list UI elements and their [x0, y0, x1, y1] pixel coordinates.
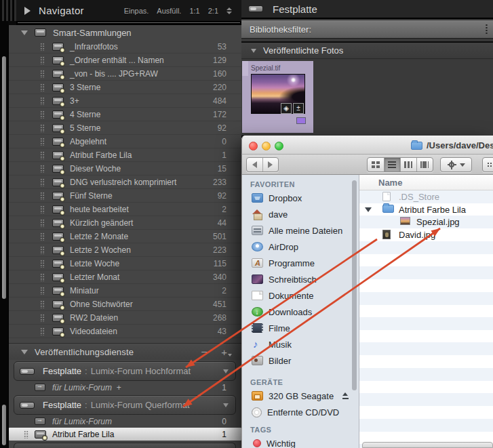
collection-label: Kürzlich geändert — [70, 218, 133, 228]
finder-bottom-scrollbar[interactable] — [362, 442, 493, 448]
smart-collection-row[interactable]: Kürzlich geändert44 — [9, 216, 241, 230]
scrollbar-thumb[interactable] — [2, 56, 6, 299]
keyword-tag-badge-icon[interactable]: ◈ — [281, 103, 292, 114]
zoom-stepper-icon[interactable] — [226, 7, 232, 14]
movies-icon — [252, 323, 263, 333]
purple-color-label[interactable] — [296, 117, 306, 124]
photo-filename: Spezial.tif — [251, 64, 280, 72]
sidebar-item-entfernte-cd-dvd[interactable]: Entfernte CD/DVD — [242, 404, 359, 420]
zoom-preset-21[interactable]: 2:1 — [208, 7, 218, 15]
smart-collection-row[interactable]: _Ordner enthält ... Namen129 — [9, 54, 241, 67]
publish-service-header[interactable]: Festplatte:Lumix-Forum Querformat — [14, 395, 236, 415]
sidebar-item-label: 320 GB Seagate — [269, 391, 334, 401]
list-view-button[interactable] — [384, 158, 400, 171]
photo-count: 129 — [213, 56, 226, 65]
sidebar-item-dokumente[interactable]: Dokumente — [242, 287, 359, 304]
photo-thumbnail-cell[interactable]: Spezial.tif ◈ ± — [242, 61, 313, 133]
library-filter-bar[interactable]: Bibliotheksfilter: — [241, 20, 493, 39]
photo-count: 1 — [222, 430, 226, 439]
action-menu-button[interactable] — [440, 157, 472, 172]
minimize-button[interactable] — [262, 142, 271, 150]
smart-collection-row[interactable]: Atribut Farbe Lila1 — [9, 148, 241, 162]
smart-collection-row[interactable]: RW2 Dateien268 — [9, 311, 241, 325]
scrollbar-thumb-2[interactable] — [2, 405, 6, 445]
sidebar-item-bilder[interactable]: Bilder — [242, 352, 359, 369]
sidebar-item-filme[interactable]: Filme — [242, 320, 359, 336]
column-view-button[interactable] — [400, 158, 416, 171]
sidebar-item-320-gb-seagate[interactable]: 320 GB Seagate — [242, 388, 359, 404]
arrange-menu-button[interactable] — [482, 157, 493, 172]
sidebar-item-alle-meine-dateien[interactable]: Alle meine Dateien — [242, 222, 359, 239]
remove-service-button[interactable]: — — [201, 347, 209, 357]
sidebar-item-dave[interactable]: dave — [242, 206, 359, 222]
file-row-spezial-jpg[interactable]: Spezial.jpg — [359, 216, 493, 228]
collections-panel: Smart-Sammlungen _Infrarotfotos53_Ordner… — [8, 25, 241, 448]
file-row-david-jpg[interactable]: David.jpg — [359, 228, 493, 241]
published-photos-header[interactable]: Veröffentlichte Fotos — [241, 41, 493, 59]
collapse-triangle-icon[interactable] — [21, 350, 28, 354]
smart-collection-row[interactable]: Abgelehnt0 — [9, 135, 241, 148]
zoom-preset-11[interactable]: 1:1 — [189, 7, 199, 15]
smart-collection-row[interactable]: Videodateien43 — [9, 325, 241, 338]
collapse-triangle-icon[interactable] — [21, 30, 28, 35]
smart-collection-row[interactable]: Ohne Stichwörter451 — [9, 298, 241, 311]
smart-collection-row[interactable]: Dieser Woche15 — [9, 162, 241, 176]
collapse-triangle-icon[interactable] — [223, 369, 229, 373]
collection-label: Abgelehnt — [70, 137, 106, 146]
smart-collection-row[interactable]: heute bearbeitet2 — [9, 203, 241, 216]
navigator-panel-header[interactable]: Navigator Einpas.Ausfüll.1:12:1 — [0, 0, 241, 21]
sidebar-item-airdrop[interactable]: AirDrop — [242, 239, 359, 255]
close-button[interactable] — [249, 142, 258, 150]
smart-collection-row[interactable]: Letzter Monat340 — [9, 270, 241, 284]
coverflow-view-button[interactable] — [416, 158, 433, 171]
zoom-preset-ausfll[interactable]: Ausfüll. — [157, 7, 181, 15]
published-collection-row[interactable]: für Lumix-Forum +1 — [9, 381, 241, 394]
collapse-triangle-icon[interactable] — [251, 49, 256, 53]
sidebar-item-musik[interactable]: Musik — [242, 336, 359, 352]
sidebar-scrollbar-thumb[interactable] — [352, 180, 357, 390]
zoom-preset-einpas[interactable]: Einpas. — [124, 7, 149, 15]
collapse-triangle-icon[interactable] — [223, 403, 229, 407]
forward-button[interactable] — [262, 158, 278, 171]
smart-collections-label: Smart-Sammlungen — [53, 28, 132, 38]
smart-collection-row[interactable]: 5 Sterne92 — [9, 121, 241, 135]
disclosure-triangle-icon[interactable] — [365, 207, 372, 212]
add-service-button[interactable]: + — [221, 346, 232, 358]
eject-icon[interactable] — [342, 392, 349, 399]
left-panel-scrollbar[interactable] — [0, 21, 8, 448]
sidebar-item-downloads[interactable]: Downloads — [242, 304, 359, 320]
adjustments-badge-icon[interactable]: ± — [293, 103, 304, 114]
publish-services-label: Veröffentlichungsdienste — [35, 347, 134, 357]
library-filter-label: Bibliotheksfilter: — [250, 24, 311, 35]
smart-collection-row[interactable]: 4 Sterne172 — [9, 108, 241, 121]
smart-collection-row[interactable]: Letzte 2 Wochen223 — [9, 243, 241, 257]
smart-collection-row[interactable]: _von - bis .... JPG+RAW160 — [9, 67, 241, 81]
smart-collection-row[interactable]: _Infrarotfotos53 — [9, 40, 241, 54]
back-button[interactable] — [247, 158, 262, 171]
smart-collection-row[interactable]: DNG verlustreich komprimiert233 — [9, 176, 241, 189]
smart-collection-row[interactable]: Fünf Sterne92 — [9, 189, 241, 203]
list-column-header[interactable]: Name — [359, 175, 493, 190]
smart-collection-row[interactable]: Letzte Woche115 — [9, 257, 241, 270]
sidebar-item-schreibtisch[interactable]: Schreibtisch — [242, 271, 359, 287]
file-row--ds-store[interactable]: .DS_Store — [359, 190, 493, 203]
smart-collection-row[interactable]: Letzte 2 Monate501 — [9, 230, 241, 243]
navigator-expand-icon[interactable] — [24, 7, 31, 15]
icon-view-button[interactable] — [368, 158, 384, 171]
finder-titlebar[interactable]: /Users/dave/Des — [241, 136, 493, 155]
published-collection-row[interactable]: für Lumix-Forum0 — [9, 415, 241, 428]
publish-services-header[interactable]: Veröffentlichungsdienste — + — [9, 343, 241, 360]
smart-collection-row[interactable]: 3 Sterne220 — [9, 81, 241, 94]
publish-service-header[interactable]: Festplatte:Lumix-Forum Hochformat — [14, 361, 236, 381]
sidebar-item-dropbox[interactable]: Dropbox — [242, 190, 359, 206]
smart-collection-row[interactable]: Miniatur2 — [9, 284, 241, 298]
zoom-button[interactable] — [275, 142, 283, 150]
smart-collections-header[interactable]: Smart-Sammlungen — [9, 25, 241, 40]
filter-handle-dots[interactable] — [486, 24, 488, 35]
smart-collection-row[interactable]: 3+484 — [9, 94, 241, 108]
file-row-atribut-farbe-lila[interactable]: Atribut Farbe Lila — [359, 203, 493, 216]
published-collection-row[interactable]: Atribut Farbe Lila1 — [9, 428, 241, 441]
smart-collection-icon — [52, 300, 64, 308]
sidebar-item-programme[interactable]: Programme — [242, 255, 359, 271]
sidebar-item-wichtig[interactable]: Wichtig — [242, 435, 359, 448]
